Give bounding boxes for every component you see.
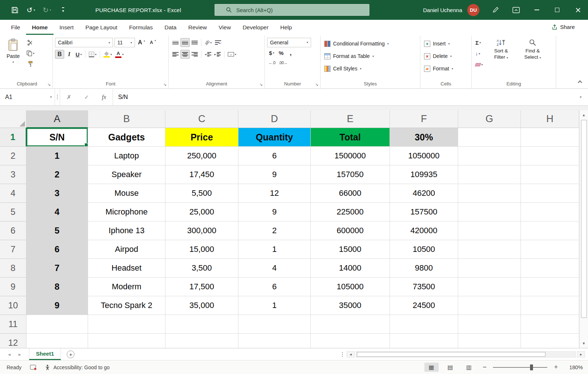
cell-G1[interactable]: [458, 128, 521, 147]
tab-insert[interactable]: Insert: [54, 20, 80, 35]
cell-F11[interactable]: [390, 315, 458, 334]
horizontal-scrollbar-track[interactable]: [356, 351, 576, 358]
cell-H12[interactable]: [521, 334, 579, 348]
cell-C7[interactable]: 15,000: [165, 240, 238, 259]
tab-file[interactable]: File: [5, 20, 26, 35]
row-header-11[interactable]: 11: [0, 315, 26, 334]
cell-H8[interactable]: [521, 259, 579, 278]
row-header-10[interactable]: 10: [0, 296, 26, 315]
cell-styles-button[interactable]: Cell Styles ▾: [323, 63, 363, 74]
cell-C2[interactable]: 250,000: [165, 147, 238, 165]
previous-sheet-button[interactable]: ◂: [8, 352, 11, 357]
formula-bar-expand-button[interactable]: ▾: [573, 89, 588, 105]
comma-style-button[interactable]: ,: [286, 48, 295, 57]
formula-bar-handle[interactable]: [55, 89, 60, 105]
cell-F5[interactable]: 157500: [390, 203, 458, 221]
cell-G10[interactable]: [458, 296, 521, 315]
zoom-percentage[interactable]: 180%: [565, 364, 583, 370]
tab-developer[interactable]: Developer: [237, 20, 274, 35]
scroll-right-button[interactable]: ▸: [577, 351, 585, 358]
cell-D4[interactable]: 12: [238, 184, 311, 203]
insert-cells-button[interactable]: + Insert ▾: [423, 38, 451, 49]
maximize-button[interactable]: [547, 0, 567, 20]
cell-E2[interactable]: 1500000: [311, 147, 390, 165]
cell-D8[interactable]: 4: [238, 259, 311, 278]
customize-quick-access-button[interactable]: ▾: [56, 4, 70, 16]
ribbon-display-options-button[interactable]: [506, 0, 526, 20]
zoom-slider[interactable]: [493, 367, 547, 368]
cell-A1[interactable]: S/N: [26, 128, 88, 147]
cell-E6[interactable]: 600000: [311, 221, 390, 240]
cell-G2[interactable]: [458, 147, 521, 165]
font-size-select[interactable]: 11▾: [114, 38, 135, 47]
format-cells-button[interactable]: ▰ Format ▾: [423, 63, 454, 74]
share-button[interactable]: Share: [548, 22, 578, 32]
column-header-D[interactable]: D: [238, 110, 311, 128]
align-right-button[interactable]: [190, 50, 199, 59]
macro-record-button[interactable]: [30, 365, 36, 370]
underline-button[interactable]: U▾: [74, 50, 83, 59]
page-break-view-button[interactable]: ▥: [462, 363, 476, 372]
tab-view[interactable]: View: [213, 20, 237, 35]
cell-A2[interactable]: 1: [26, 147, 88, 165]
middle-align-button[interactable]: [180, 38, 190, 47]
cell-D5[interactable]: 9: [238, 203, 311, 221]
borders-button[interactable]: ▾: [87, 50, 98, 59]
column-header-A[interactable]: A: [26, 110, 88, 128]
scroll-down-button[interactable]: ▼: [580, 339, 588, 348]
tab-formulas[interactable]: Formulas: [123, 20, 159, 35]
bold-button[interactable]: B: [55, 50, 64, 59]
user-avatar[interactable]: DU: [467, 4, 479, 16]
tab-page-layout[interactable]: Page Layout: [80, 20, 123, 35]
enter-button[interactable]: ✓: [78, 89, 95, 105]
zoom-slider-thumb[interactable]: [530, 364, 533, 370]
tab-help[interactable]: Help: [274, 20, 298, 35]
cell-E10[interactable]: 35000: [311, 296, 390, 315]
cancel-button[interactable]: ✗: [60, 89, 78, 105]
collapse-ribbon-button[interactable]: [578, 79, 581, 85]
cell-A3[interactable]: 2: [26, 165, 88, 184]
cell-C6[interactable]: 300,000: [165, 221, 238, 240]
top-align-button[interactable]: [171, 38, 180, 47]
cell-C5[interactable]: 25,000: [165, 203, 238, 221]
copy-button[interactable]: ▾: [25, 49, 36, 58]
cell-F4[interactable]: 46200: [390, 184, 458, 203]
row-header-12[interactable]: 12: [0, 334, 26, 348]
cell-A12[interactable]: [26, 334, 88, 348]
tab-review[interactable]: Review: [182, 20, 213, 35]
sheet-tab-sheet1[interactable]: Sheet1: [29, 348, 61, 360]
fill-color-button[interactable]: ▾: [102, 50, 113, 59]
accounting-format-button[interactable]: $▾: [267, 48, 276, 57]
cell-E7[interactable]: 15000: [311, 240, 390, 259]
row-header-9[interactable]: 9: [0, 278, 26, 296]
row-header-7[interactable]: 7: [0, 240, 26, 259]
cell-B1[interactable]: Gadgets: [88, 128, 165, 147]
cell-B12[interactable]: [88, 334, 165, 348]
minimize-button[interactable]: [526, 0, 547, 20]
vertical-scrollbar[interactable]: ▲ ▼: [579, 110, 588, 348]
cell-E9[interactable]: 105000: [311, 278, 390, 296]
cell-G8[interactable]: [458, 259, 521, 278]
cell-C4[interactable]: 5,500: [165, 184, 238, 203]
increase-decimal-button[interactable]: ←.0: [267, 58, 277, 67]
cell-G3[interactable]: [458, 165, 521, 184]
cell-C11[interactable]: [165, 315, 238, 334]
cell-D7[interactable]: 1: [238, 240, 311, 259]
cell-C8[interactable]: 3,500: [165, 259, 238, 278]
cell-G12[interactable]: [458, 334, 521, 348]
font-name-select[interactable]: Calibri▾: [55, 38, 113, 47]
cell-D9[interactable]: 6: [238, 278, 311, 296]
cell-E5[interactable]: 225000: [311, 203, 390, 221]
cell-C9[interactable]: 17,500: [165, 278, 238, 296]
autosum-button[interactable]: Σ▾: [474, 38, 484, 47]
format-as-table-button[interactable]: Format as Table ▾: [323, 51, 375, 61]
cell-C10[interactable]: 35,000: [165, 296, 238, 315]
cell-C3[interactable]: 17,450: [165, 165, 238, 184]
decrease-indent-button[interactable]: ◂: [203, 50, 213, 59]
cell-B2[interactable]: Laptop: [88, 147, 165, 165]
cell-G4[interactable]: [458, 184, 521, 203]
number-format-select[interactable]: General▾: [267, 38, 311, 47]
column-header-E[interactable]: E: [311, 110, 390, 128]
column-header-H[interactable]: H: [521, 110, 579, 128]
increase-font-size-button[interactable]: A▲: [136, 38, 147, 47]
